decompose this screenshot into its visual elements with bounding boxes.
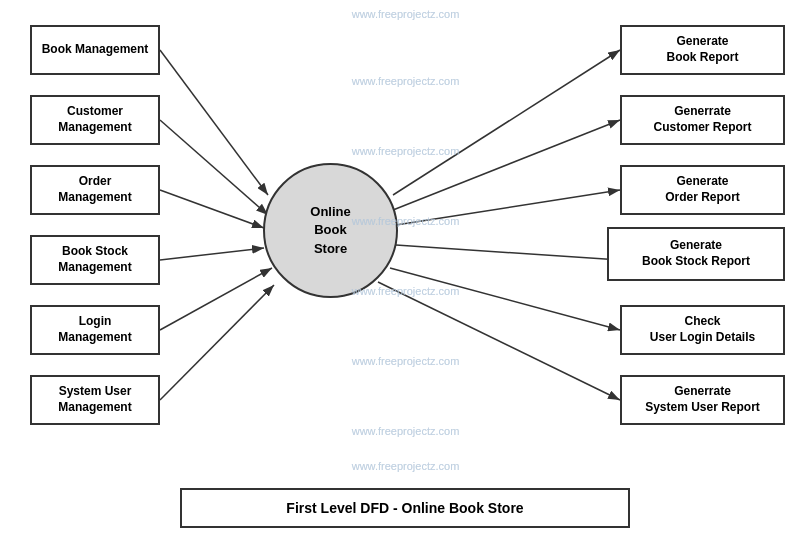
watermark: www.freeprojectz.com xyxy=(352,145,460,157)
login-management-label: LoginManagement xyxy=(58,314,131,345)
svg-line-9 xyxy=(396,190,620,225)
svg-line-11 xyxy=(390,268,620,330)
gen-bookstock-report-box: GenerateBook Stock Report xyxy=(607,227,785,281)
diagram-title: First Level DFD - Online Book Store xyxy=(286,500,523,516)
sysuser-management-box: System UserManagement xyxy=(30,375,160,425)
check-login-label: CheckUser Login Details xyxy=(650,314,755,345)
gen-book-report-label: GenerateBook Report xyxy=(667,34,739,65)
svg-line-3 xyxy=(160,190,264,228)
svg-line-7 xyxy=(393,50,620,195)
watermark: www.freeprojectz.com xyxy=(352,425,460,437)
watermark: www.freeprojectz.com xyxy=(352,145,460,157)
gen-order-report-label: GenerateOrder Report xyxy=(665,174,740,205)
svg-line-5 xyxy=(160,268,272,330)
watermark: www.freeprojectz.com xyxy=(352,285,460,297)
svg-line-12 xyxy=(378,282,620,400)
gen-book-report-box: GenerateBook Report xyxy=(620,25,785,75)
book-management-box: Book Management xyxy=(30,25,160,75)
watermark: www.freeprojectz.com xyxy=(352,285,460,297)
sysuser-management-label: System UserManagement xyxy=(58,384,131,415)
watermark: www.freeprojectz.com xyxy=(352,285,460,297)
login-management-box: LoginManagement xyxy=(30,305,160,355)
title-box: First Level DFD - Online Book Store xyxy=(180,488,630,528)
watermark: www.freeprojectz.com xyxy=(352,355,460,367)
watermark: www.freeprojectz.com xyxy=(352,8,460,20)
svg-line-6 xyxy=(160,285,274,400)
watermark: www.freeprojectz.com xyxy=(352,75,460,87)
watermark: www.freeprojectz.com xyxy=(352,355,460,367)
svg-line-2 xyxy=(160,120,268,215)
gen-order-report-box: GenerateOrder Report xyxy=(620,165,785,215)
gen-customer-report-box: GenerrateCustomer Report xyxy=(620,95,785,145)
watermark: www.freeprojectz.com xyxy=(352,460,460,472)
customer-management-label: CustomerManagement xyxy=(58,104,131,135)
watermark: www.freeprojectz.com xyxy=(352,75,460,87)
watermark: www.freeprojectz.com xyxy=(352,75,460,87)
order-management-label: OrderManagement xyxy=(58,174,131,205)
watermark: www.freeprojectz.com xyxy=(352,425,460,437)
bookstock-management-box: Book StockManagement xyxy=(30,235,160,285)
check-login-box: CheckUser Login Details xyxy=(620,305,785,355)
watermark: www.freeprojectz.com xyxy=(352,145,460,157)
center-circle-label: OnlineBookStore xyxy=(310,203,350,258)
gen-bookstock-report-label: GenerateBook Stock Report xyxy=(642,238,750,269)
svg-line-8 xyxy=(393,120,620,210)
customer-management-box: CustomerManagement xyxy=(30,95,160,145)
watermark: www.freeprojectz.com xyxy=(352,425,460,437)
watermark: www.freeprojectz.com xyxy=(352,355,460,367)
center-circle: OnlineBookStore xyxy=(263,163,398,298)
bookstock-management-label: Book StockManagement xyxy=(58,244,131,275)
watermark: www.freeprojectz.com xyxy=(352,8,460,20)
order-management-box: OrderManagement xyxy=(30,165,160,215)
svg-line-1 xyxy=(160,50,268,195)
watermark: www.freeprojectz.com xyxy=(352,460,460,472)
diagram-container: www.freeprojectz.com www.freeprojectz.co… xyxy=(0,0,811,538)
watermark: www.freeprojectz.com xyxy=(352,460,460,472)
svg-line-4 xyxy=(160,248,264,260)
gen-customer-report-label: GenerrateCustomer Report xyxy=(653,104,751,135)
watermark: www.freeprojectz.com xyxy=(352,8,460,20)
gen-sysuser-report-box: GenerrateSystem User Report xyxy=(620,375,785,425)
book-management-label: Book Management xyxy=(42,42,149,58)
svg-line-10 xyxy=(396,245,620,260)
gen-sysuser-report-label: GenerrateSystem User Report xyxy=(645,384,760,415)
